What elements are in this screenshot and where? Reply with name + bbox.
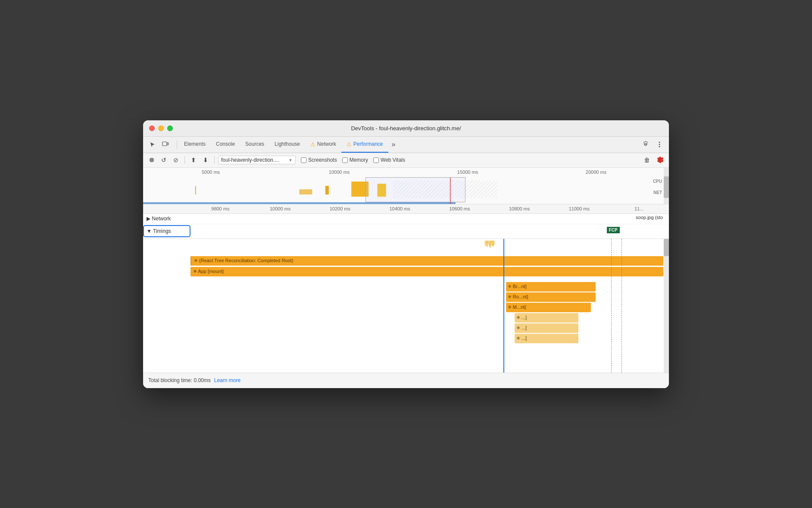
br-nt-label: ✳ Br...nt]: [508, 284, 527, 289]
tab-sources[interactable]: Sources: [240, 136, 269, 153]
ruler-label-10000: 10000 ms: [275, 169, 403, 175]
memory-label: Memory: [350, 157, 368, 163]
app-mount-bar[interactable]: ✳ App [mount]: [191, 267, 663, 276]
bottom-bar: Total blocking time: 0.00ms Learn more: [143, 373, 669, 388]
network-track-content: soop.jpg (sto: [191, 214, 669, 224]
network-track-label[interactable]: ▶ Network: [143, 216, 191, 222]
timings-track-label[interactable]: ▼ Timings: [143, 225, 191, 237]
tab-divider-left: [177, 140, 177, 149]
screenshots-checkbox[interactable]: [301, 157, 306, 163]
dots3-bar[interactable]: ✳ ...]: [515, 334, 578, 343]
blocking-time-text: Total blocking time: 0.00ms: [148, 377, 211, 383]
dots-bars-row2: ✳ ...]: [515, 323, 606, 333]
svg-rect-0: [162, 142, 167, 146]
traffic-lights: [149, 125, 173, 131]
main-scrollbar[interactable]: [664, 239, 669, 373]
time-axis: 9800 ms 10000 ms 10200 ms 10400 ms 10600…: [143, 204, 669, 214]
upload-button[interactable]: ⬆: [188, 155, 199, 165]
ro-nt-bar[interactable]: ✳ Ro...nt]: [506, 292, 596, 302]
record-button[interactable]: ⏺: [147, 155, 157, 165]
toolbar-divider-1: [184, 156, 185, 164]
tab-lighthouse[interactable]: Lighthouse: [269, 136, 305, 153]
clear-button[interactable]: ⊘: [171, 155, 181, 165]
svg-rect-5: [195, 186, 196, 194]
delete-icon[interactable]: 🗑: [641, 154, 653, 166]
ro-nt-label: ✳ Ro...nt]: [508, 294, 528, 300]
svg-point-3: [659, 144, 660, 145]
learn-more-link[interactable]: Learn more: [214, 377, 240, 383]
minimap-scrollbar-thumb[interactable]: [664, 176, 669, 198]
time-10600: 10600 ms: [430, 206, 490, 211]
dots1-label: ✳ ...]: [516, 315, 527, 320]
webvitals-checkbox-group: Web Vitals: [373, 157, 405, 163]
m-nt-bar[interactable]: ✳ M...nt]: [506, 303, 591, 312]
m-nt-label: ✳ M...nt]: [508, 304, 526, 310]
tab-bar-icons: [147, 138, 172, 151]
toolbar: ⏺ ↺ ⊘ ⬆ ⬇ foul-heavenly-direction.... ▼ …: [143, 153, 669, 168]
network-row: ▶ Network soop.jpg (sto: [143, 214, 669, 224]
app-mount-label: ✳ App [mount]: [193, 269, 224, 274]
tab-console[interactable]: Console: [211, 136, 240, 153]
memory-checkbox[interactable]: [342, 157, 348, 163]
webvitals-label: Web Vitals: [381, 157, 405, 163]
tab-network[interactable]: ⚠ Network: [305, 136, 341, 153]
content-area: 9800 ms 10000 ms 10200 ms 10400 ms 10600…: [143, 204, 669, 388]
sub-component-bars: ✳ Br...nt] ✳ Ro...nt] ✳ M...nt] ✳ ...] ✳…: [506, 282, 606, 343]
svg-point-2: [659, 142, 660, 143]
device-icon[interactable]: [159, 138, 172, 151]
svg-rect-11: [143, 202, 456, 204]
settings-gear-icon[interactable]: [654, 154, 665, 166]
download-button[interactable]: ⬇: [200, 155, 211, 165]
time-marks: 9800 ms 10000 ms 10200 ms 10400 ms 10600…: [191, 206, 669, 211]
settings-icon[interactable]: [640, 138, 652, 151]
dots2-bar[interactable]: ✳ ...]: [515, 323, 578, 333]
br-nt-bar[interactable]: ✳ Br...nt]: [506, 282, 596, 292]
ruler-label-15000: 15000 ms: [403, 169, 532, 175]
ruler-label-5000: 5000 ms: [147, 169, 275, 175]
cursor-icon[interactable]: [147, 138, 159, 151]
dots-bars-row1: ✳ ...]: [515, 313, 606, 323]
timings-track-content: FP FCP: [191, 224, 669, 238]
tab-elements[interactable]: Elements: [179, 136, 211, 153]
minimize-button[interactable]: [158, 125, 164, 131]
svg-rect-6: [299, 189, 312, 194]
tab-bar: Elements Console Sources Lighthouse ⚠ Ne…: [143, 137, 669, 153]
time-9800: 9800 ms: [191, 206, 250, 211]
tab-more-button[interactable]: »: [388, 141, 399, 148]
time-10000: 10000 ms: [250, 206, 310, 211]
tick-marks-top: [485, 241, 494, 248]
svg-rect-7: [325, 186, 329, 194]
tab-performance[interactable]: ⚠ Performance: [341, 136, 388, 153]
minimap-selection[interactable]: [365, 177, 465, 202]
devtools-window: DevTools - foul-heavenly-direction.glitc…: [143, 120, 669, 388]
time-10400: 10400 ms: [370, 206, 430, 211]
webvitals-checkbox[interactable]: [373, 157, 379, 163]
screenshots-label: Screenshots: [308, 157, 337, 163]
dropdown-arrow-icon: ▼: [288, 158, 293, 163]
cpu-label: CPU: [653, 179, 662, 184]
timings-row: ▼ Timings FP FCP: [143, 224, 669, 239]
net-label: NET: [653, 190, 662, 195]
refresh-record-button[interactable]: ↺: [159, 155, 169, 165]
main-scrollbar-thumb[interactable]: [664, 239, 669, 256]
svg-point-4: [659, 146, 660, 147]
time-10200: 10200 ms: [310, 206, 370, 211]
performance-warning-icon: ⚠: [347, 141, 352, 147]
soop-file-label: soop.jpg (sto: [636, 215, 663, 220]
ruler-label-20000: 20000 ms: [532, 169, 660, 175]
react-reconciliation-bar[interactable]: ✳ (React Tree Reconciliation: Completed …: [191, 256, 663, 266]
maximize-button[interactable]: [167, 125, 173, 131]
more-options-icon[interactable]: [653, 138, 665, 151]
react-reconciliation-label: ✳ (React Tree Reconciliation: Completed …: [194, 258, 293, 263]
svg-rect-1: [167, 143, 169, 145]
dots-bars-row3: ✳ ...]: [515, 334, 606, 343]
dots1-bar[interactable]: ✳ ...]: [515, 313, 578, 323]
dots2-label: ✳ ...]: [516, 325, 527, 331]
close-button[interactable]: [149, 125, 155, 131]
minimap-scrollbar[interactable]: [664, 168, 669, 204]
network-warning-icon: ⚠: [310, 141, 315, 147]
url-dropdown[interactable]: foul-heavenly-direction.... ▼: [218, 156, 296, 164]
titlebar: DevTools - foul-heavenly-direction.glitc…: [143, 120, 669, 137]
screenshots-checkbox-group: Screenshots: [301, 157, 337, 163]
minimap-overview[interactable]: 5000 ms 10000 ms 15000 ms 20000 ms: [143, 168, 669, 204]
